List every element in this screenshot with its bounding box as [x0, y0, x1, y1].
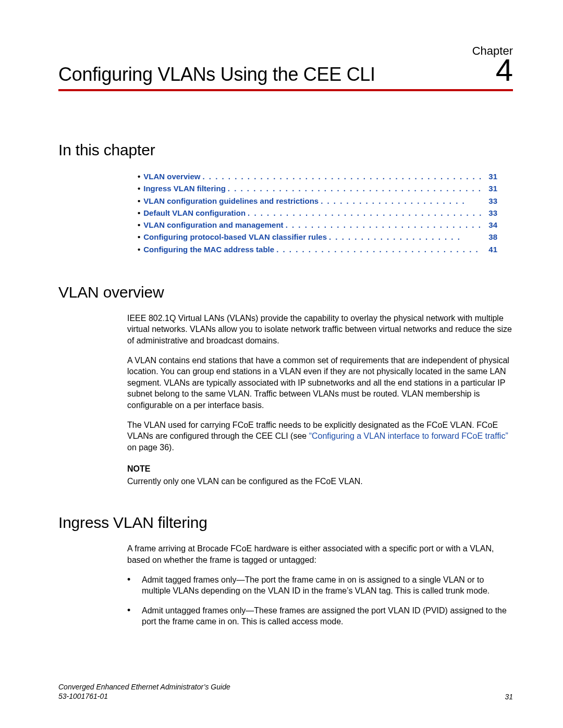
toc-item[interactable]: • Default VLAN configuration . . . . . .… — [138, 207, 497, 219]
toc-label: Configuring the MAC address table — [143, 243, 274, 255]
bullet-icon: • — [138, 207, 140, 219]
bullet-icon: • — [138, 182, 140, 194]
toc-page: 31 — [484, 182, 497, 194]
chapter-title-row: Configuring VLANs Using the CEE CLI 4 — [58, 55, 513, 91]
document-page: Chapter Configuring VLANs Using the CEE … — [0, 0, 563, 728]
toc-label: VLAN configuration guidelines and restri… — [143, 195, 319, 207]
toc-page: 33 — [484, 207, 497, 219]
page-footer: Converged Enhanced Ethernet Administrato… — [58, 683, 513, 701]
toc-item[interactable]: • VLAN configuration and management . . … — [138, 219, 497, 231]
bullet-icon: • — [138, 243, 140, 255]
section-heading-vlan-overview: VLAN overview — [58, 283, 513, 301]
paragraph: IEEE 802.1Q Virtual LANs (VLANs) provide… — [127, 313, 513, 347]
bullet-list: • Admit tagged frames only—The port the … — [127, 574, 513, 627]
toc-label: VLAN overview — [143, 170, 200, 182]
footer-doc-number: 53-1001761-01 — [58, 692, 230, 701]
list-item: • Admit tagged frames only—The port the … — [127, 574, 513, 597]
note-text: Currently only one VLAN can be configure… — [127, 476, 513, 487]
toc-page: 34 — [484, 219, 497, 231]
bullet-icon: • — [138, 219, 140, 231]
cross-reference-link[interactable]: “Configuring a VLAN interface to forward… — [309, 431, 508, 440]
chapter-title: Configuring VLANs Using the CEE CLI — [58, 64, 375, 85]
toc-label: Ingress VLAN filtering — [143, 182, 226, 194]
toc-leader: . . . . . . . . . . . . . . . . . . . . … — [246, 207, 484, 219]
ingress-body: A frame arriving at Brocade FCoE hardwar… — [127, 543, 513, 565]
section-heading-in-this-chapter: In this chapter — [58, 141, 513, 159]
footer-doc-title: Converged Enhanced Ethernet Administrato… — [58, 683, 230, 692]
toc-leader: . . . . . . . . . . . . . . . . . . . . … — [319, 195, 484, 207]
toc-page: 38 — [484, 231, 497, 243]
paragraph: The VLAN used for carrying FCoE traffic … — [127, 419, 513, 453]
note-label: NOTE — [127, 463, 513, 475]
toc-item[interactable]: • Configuring protocol-based VLAN classi… — [138, 231, 497, 243]
toc-page: 33 — [484, 195, 497, 207]
chapter-number: 4 — [496, 55, 513, 86]
list-item-text: Admit tagged frames only—The port the fr… — [142, 574, 513, 597]
toc-item[interactable]: • Configuring the MAC address table . . … — [138, 243, 497, 255]
toc-page: 31 — [484, 170, 497, 182]
toc-leader: . . . . . . . . . . . . . . . . . . . . … — [226, 182, 484, 194]
paragraph: A frame arriving at Brocade FCoE hardwar… — [127, 543, 513, 565]
footer-page-number: 31 — [505, 693, 513, 701]
paragraph-text: on page 36). — [127, 443, 174, 452]
toc-item[interactable]: • Ingress VLAN filtering . . . . . . . .… — [138, 182, 497, 194]
bullet-icon: • — [127, 574, 142, 597]
vlan-overview-body: IEEE 802.1Q Virtual LANs (VLANs) provide… — [127, 313, 513, 487]
toc-list: • VLAN overview . . . . . . . . . . . . … — [138, 170, 497, 255]
bullet-icon: • — [127, 605, 142, 627]
bullet-icon: • — [138, 170, 140, 182]
footer-left: Converged Enhanced Ethernet Administrato… — [58, 683, 230, 701]
bullet-icon: • — [138, 195, 140, 207]
section-heading-ingress-vlan-filtering: Ingress VLAN filtering — [58, 514, 513, 532]
toc-label: VLAN configuration and management — [143, 219, 283, 231]
toc-item[interactable]: • VLAN configuration guidelines and rest… — [138, 195, 497, 207]
toc-leader: . . . . . . . . . . . . . . . . . . . . … — [284, 219, 484, 231]
bullet-icon: • — [138, 231, 140, 243]
toc-leader: . . . . . . . . . . . . . . . . . . . . … — [327, 231, 484, 243]
toc-label: Configuring protocol-based VLAN classifi… — [143, 231, 327, 243]
list-item-text: Admit untagged frames only—These frames … — [142, 605, 513, 627]
list-item: • Admit untagged frames only—These frame… — [127, 605, 513, 627]
toc-label: Default VLAN configuration — [143, 207, 246, 219]
toc-item[interactable]: • VLAN overview . . . . . . . . . . . . … — [138, 170, 497, 182]
toc-leader: . . . . . . . . . . . . . . . . . . . . … — [200, 170, 484, 182]
toc-page: 41 — [484, 243, 497, 255]
toc-leader: . . . . . . . . . . . . . . . . . . . . … — [274, 243, 484, 255]
paragraph: A VLAN contains end stations that have a… — [127, 355, 513, 411]
